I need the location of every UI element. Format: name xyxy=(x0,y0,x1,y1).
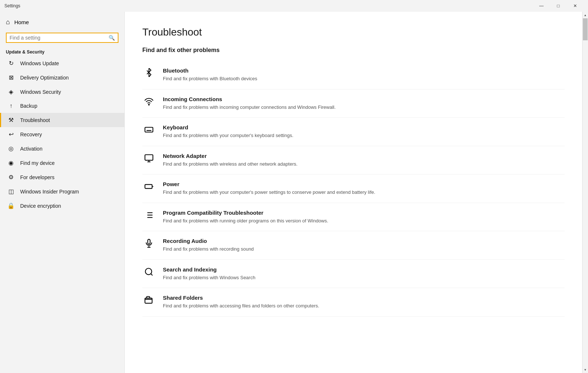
item-title-recording-audio: Recording Audio xyxy=(163,238,565,244)
sidebar-item-label-windows-security: Windows Security xyxy=(20,89,61,95)
svg-line-14 xyxy=(151,274,153,276)
item-title-incoming-connections: Incoming Connections xyxy=(163,96,565,102)
network-adapter-icon xyxy=(142,153,156,163)
sidebar-item-device-encryption[interactable]: 🔒Device encryption xyxy=(0,199,124,213)
search-indexing-icon xyxy=(142,266,156,277)
maximize-button[interactable]: □ xyxy=(550,0,567,12)
scroll-down-button[interactable]: ▼ xyxy=(582,366,588,373)
item-title-shared-folders: Shared Folders xyxy=(163,295,565,301)
svg-rect-1 xyxy=(145,128,153,132)
shared-folders-icon xyxy=(142,295,156,305)
home-icon: ⌂ xyxy=(6,18,10,26)
item-desc-network-adapter: Find and fix problems with wireless and … xyxy=(163,160,565,168)
item-title-keyboard: Keyboard xyxy=(163,124,565,130)
item-title-power: Power xyxy=(163,181,565,187)
activation-icon: ◎ xyxy=(7,145,15,152)
svg-point-13 xyxy=(145,268,151,274)
sidebar: ⌂ Home 🔍 Update & Security ↻Windows Upda… xyxy=(0,12,125,373)
item-text-shared-folders: Shared FoldersFind and fix problems with… xyxy=(163,295,565,310)
sidebar-item-windows-security[interactable]: ◈Windows Security xyxy=(0,85,124,99)
item-text-incoming-connections: Incoming ConnectionsFind and fix problem… xyxy=(163,96,565,111)
sidebar-item-label-delivery-optimization: Delivery Optimization xyxy=(20,75,69,81)
sidebar-item-backup[interactable]: ↑Backup xyxy=(0,99,124,113)
window-controls: — □ ✕ xyxy=(533,0,584,12)
item-text-network-adapter: Network AdapterFind and fix problems wit… xyxy=(163,153,565,168)
troubleshoot-item-network-adapter[interactable]: Network AdapterFind and fix problems wit… xyxy=(142,146,565,175)
sidebar-item-recovery[interactable]: ↩Recovery xyxy=(0,127,124,141)
delivery-optimization-icon: ⊠ xyxy=(7,74,15,81)
sidebar-item-troubleshoot[interactable]: ⚒Troubleshoot xyxy=(0,113,124,127)
item-desc-search-indexing: Find and fix problems with Windows Searc… xyxy=(163,274,565,281)
sidebar-item-label-find-my-device: Find my device xyxy=(20,160,55,166)
bluetooth-icon xyxy=(142,67,156,77)
for-developers-icon: ⚙ xyxy=(7,174,15,181)
scroll-track[interactable] xyxy=(582,18,588,366)
item-desc-program-compatibility: Find and fix problems with running older… xyxy=(163,217,565,225)
keyboard-icon xyxy=(142,124,156,134)
recording-audio-icon xyxy=(142,238,156,248)
scrollbar[interactable]: ▲ ▼ xyxy=(582,12,588,373)
item-desc-shared-folders: Find and fix problems with accessing fil… xyxy=(163,302,565,310)
find-my-device-icon: ◉ xyxy=(7,159,15,166)
sidebar-item-find-my-device[interactable]: ◉Find my device xyxy=(0,156,124,170)
sidebar-item-windows-update[interactable]: ↻Windows Update xyxy=(0,56,124,70)
item-text-bluetooth: BluetoothFind and fix problems with Blue… xyxy=(163,67,565,82)
search-icon: 🔍 xyxy=(109,35,115,41)
sidebar-item-home[interactable]: ⌂ Home xyxy=(0,15,124,30)
power-icon xyxy=(142,181,156,191)
sidebar-item-for-developers[interactable]: ⚙For developers xyxy=(0,170,124,184)
troubleshoot-item-keyboard[interactable]: KeyboardFind and fix problems with your … xyxy=(142,118,565,146)
minimize-button[interactable]: — xyxy=(533,0,550,12)
close-button[interactable]: ✕ xyxy=(567,0,584,12)
item-desc-incoming-connections: Find and fix problems with incoming comp… xyxy=(163,104,565,111)
troubleshoot-item-recording-audio[interactable]: Recording AudioFind and fix problems wit… xyxy=(142,231,565,260)
sidebar-item-delivery-optimization[interactable]: ⊠Delivery Optimization xyxy=(0,70,124,85)
page-title: Troubleshoot xyxy=(142,26,565,38)
troubleshoot-item-shared-folders[interactable]: Shared FoldersFind and fix problems with… xyxy=(142,288,565,317)
title-bar: Settings — □ ✕ xyxy=(0,0,588,12)
sidebar-item-label-windows-update: Windows Update xyxy=(20,60,59,66)
troubleshoot-item-program-compatibility[interactable]: Program Compatibility TroubleshooterFind… xyxy=(142,203,565,232)
item-desc-keyboard: Find and fix problems with your computer… xyxy=(163,132,565,139)
troubleshoot-item-power[interactable]: PowerFind and fix problems with your com… xyxy=(142,174,565,203)
scroll-up-button[interactable]: ▲ xyxy=(582,12,588,18)
item-title-network-adapter: Network Adapter xyxy=(163,153,565,159)
sidebar-home-label: Home xyxy=(14,19,29,25)
troubleshoot-item-search-indexing[interactable]: Search and IndexingFind and fix problems… xyxy=(142,260,565,288)
section-heading: Find and fix other problems xyxy=(142,47,565,53)
sidebar-item-activation[interactable]: ◎Activation xyxy=(0,141,124,156)
item-title-bluetooth: Bluetooth xyxy=(163,67,565,74)
windows-update-icon: ↻ xyxy=(7,60,15,67)
item-title-program-compatibility: Program Compatibility Troubleshooter xyxy=(163,210,565,216)
search-input[interactable] xyxy=(10,35,109,41)
item-text-keyboard: KeyboardFind and fix problems with your … xyxy=(163,124,565,139)
main-content: Troubleshoot Find and fix other problems… xyxy=(125,12,582,373)
sidebar-item-label-activation: Activation xyxy=(20,146,43,152)
sidebar-section-title: Update & Security xyxy=(0,47,124,56)
sidebar-item-windows-insider[interactable]: ◫Windows Insider Program xyxy=(0,184,124,199)
scroll-thumb[interactable] xyxy=(583,18,588,40)
windows-insider-icon: ◫ xyxy=(7,188,15,195)
app-body: ⌂ Home 🔍 Update & Security ↻Windows Upda… xyxy=(0,12,588,373)
svg-rect-2 xyxy=(145,155,153,160)
search-box[interactable]: 🔍 xyxy=(6,33,118,43)
svg-rect-10 xyxy=(148,239,150,244)
incoming-connections-icon xyxy=(142,96,156,106)
sidebar-item-label-windows-insider: Windows Insider Program xyxy=(20,189,79,195)
windows-security-icon: ◈ xyxy=(7,88,15,95)
item-text-recording-audio: Recording AudioFind and fix problems wit… xyxy=(163,238,565,253)
svg-point-0 xyxy=(149,104,149,105)
item-text-power: PowerFind and fix problems with your com… xyxy=(163,181,565,196)
program-compatibility-icon xyxy=(142,210,156,220)
sidebar-item-label-device-encryption: Device encryption xyxy=(20,203,61,209)
item-desc-power: Find and fix problems with your computer… xyxy=(163,189,565,196)
app-title: Settings xyxy=(4,3,20,8)
sidebar-item-label-recovery: Recovery xyxy=(20,132,42,137)
troubleshoot-item-bluetooth[interactable]: BluetoothFind and fix problems with Blue… xyxy=(142,61,565,89)
svg-rect-3 xyxy=(145,185,152,189)
backup-icon: ↑ xyxy=(7,103,15,109)
recovery-icon: ↩ xyxy=(7,131,15,138)
troubleshoot-item-incoming-connections[interactable]: Incoming ConnectionsFind and fix problem… xyxy=(142,89,565,118)
svg-rect-15 xyxy=(145,298,152,303)
sidebar-item-label-backup: Backup xyxy=(20,103,37,109)
